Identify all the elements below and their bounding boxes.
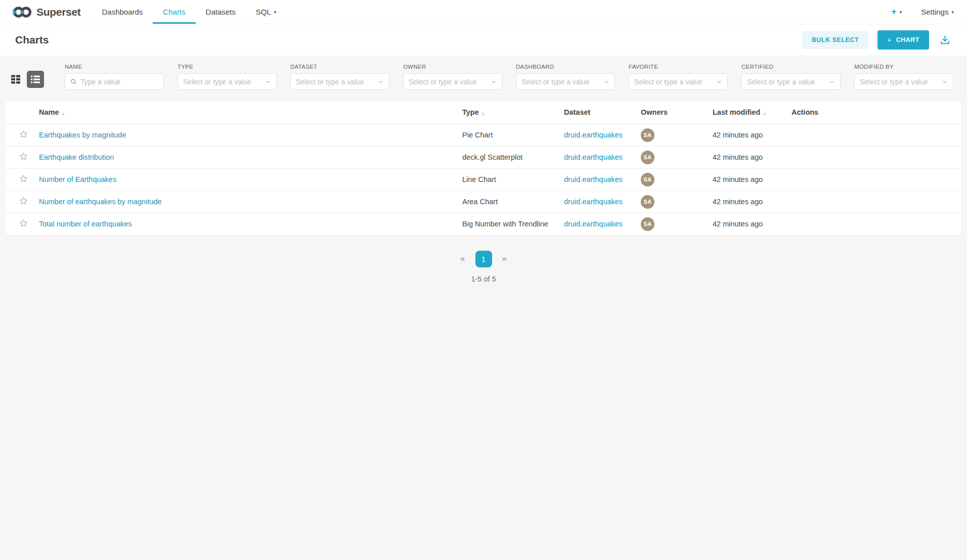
dataset-filter-select[interactable]: Select or type a value bbox=[290, 73, 389, 90]
certified-filter-select[interactable]: Select or type a value bbox=[741, 73, 841, 90]
last-modified: 42 minutes ago bbox=[707, 124, 785, 146]
favorite-star-icon[interactable] bbox=[19, 130, 28, 138]
select-placeholder: Select or type a value bbox=[296, 78, 364, 86]
favorite-filter-select[interactable]: Select or type a value bbox=[629, 73, 728, 90]
chevron-down-icon bbox=[491, 79, 497, 85]
filter-label: DATASET bbox=[290, 64, 389, 70]
page-title: Charts bbox=[15, 34, 49, 46]
row-actions bbox=[785, 213, 961, 235]
chart-name-link[interactable]: Total number of earthquakes bbox=[39, 220, 132, 228]
favorite-star-icon[interactable] bbox=[19, 197, 28, 205]
chart-name-link[interactable]: Number of earthquakes by magnitude bbox=[39, 198, 162, 206]
chevron-down-icon: ▾ bbox=[900, 10, 902, 15]
column-label: Name bbox=[39, 108, 59, 116]
search-icon bbox=[70, 78, 77, 85]
favorite-star-icon[interactable] bbox=[19, 219, 28, 227]
chevron-down-icon bbox=[942, 79, 948, 85]
column-header-dataset: Dataset bbox=[558, 101, 635, 124]
nav-item-dashboards[interactable]: Dashboards bbox=[92, 0, 153, 24]
name-filter-input[interactable] bbox=[80, 78, 158, 86]
column-label: Type bbox=[462, 108, 479, 116]
column-label: Last modified bbox=[713, 108, 760, 116]
favorite-column-header bbox=[6, 101, 33, 124]
last-modified: 42 minutes ago bbox=[707, 213, 785, 235]
chevron-down-icon: ▾ bbox=[951, 10, 954, 15]
next-page-button[interactable]: » bbox=[497, 252, 512, 266]
chevron-down-icon bbox=[378, 79, 384, 85]
settings-menu[interactable]: Settings ▾ bbox=[921, 8, 954, 16]
modified-by-filter-select[interactable]: Select or type a value bbox=[854, 73, 953, 90]
chart-type: Pie Chart bbox=[456, 124, 558, 146]
dashboard-filter-select[interactable]: Select or type a value bbox=[516, 73, 615, 90]
favorite-star-icon[interactable] bbox=[19, 152, 28, 161]
owner-avatar: SA bbox=[641, 195, 654, 209]
select-placeholder: Select or type a value bbox=[521, 78, 590, 86]
filters: NAME TYPE Select or type a value DATASE bbox=[65, 64, 953, 90]
page-1-button[interactable]: 1 bbox=[475, 251, 492, 267]
favorite-star-icon[interactable] bbox=[19, 174, 28, 183]
chart-name-link[interactable]: Earthquake distribution bbox=[39, 153, 114, 161]
table-row: Earthquake distribution deck.gl Scatterp… bbox=[6, 146, 961, 168]
top-nav: Superset Dashboards Charts Datasets SQL … bbox=[0, 0, 967, 24]
column-header-name[interactable]: Name▴▾ bbox=[33, 101, 456, 124]
bulk-select-button[interactable]: BULK SELECT bbox=[802, 31, 868, 49]
list-view-icon bbox=[27, 71, 44, 88]
table-row: Earthquakes by magnitude Pie Chart druid… bbox=[6, 124, 961, 146]
dataset-link[interactable]: druid.earthquakes bbox=[564, 220, 623, 228]
name-filter-box bbox=[65, 73, 164, 90]
select-placeholder: Select or type a value bbox=[634, 78, 702, 86]
column-header-type[interactable]: Type▴▾ bbox=[456, 101, 558, 124]
previous-page-button[interactable]: « bbox=[455, 252, 470, 266]
table-row: Total number of earthquakes Big Number w… bbox=[6, 213, 961, 235]
type-filter-select[interactable]: Select or type a value bbox=[178, 73, 277, 90]
nav-right: + ▾ Settings ▾ bbox=[891, 0, 954, 24]
new-item-dropdown[interactable]: + ▾ bbox=[891, 7, 902, 17]
superset-logo[interactable]: Superset bbox=[12, 0, 80, 24]
column-header-last-modified[interactable]: Last modified▴▾ bbox=[707, 101, 785, 124]
column-label: Dataset bbox=[564, 108, 590, 116]
pagination: « 1 » bbox=[0, 251, 967, 267]
add-chart-button[interactable]: + CHART bbox=[877, 30, 929, 50]
charts-table: Name▴▾ Type▴▾ Dataset Owners Last modifi… bbox=[6, 101, 961, 236]
table-row: Number of Earthquakes Line Chart druid.e… bbox=[6, 168, 961, 191]
main-menu: Dashboards Charts Datasets SQL ▾ bbox=[92, 0, 286, 24]
column-header-actions: Actions bbox=[785, 101, 961, 124]
sort-icon: ▴▾ bbox=[482, 112, 485, 117]
owner-filter-select[interactable]: Select or type a value bbox=[403, 73, 502, 90]
nav-item-datasets[interactable]: Datasets bbox=[196, 0, 246, 24]
filter-label: NAME bbox=[65, 64, 164, 70]
filter-label: CERTIFIED bbox=[741, 64, 841, 70]
dataset-link[interactable]: druid.earthquakes bbox=[564, 198, 623, 206]
plus-icon: + bbox=[891, 7, 897, 17]
row-actions bbox=[785, 146, 961, 168]
card-view-toggle[interactable] bbox=[10, 74, 21, 85]
select-placeholder: Select or type a value bbox=[747, 78, 815, 86]
import-charts-button[interactable] bbox=[938, 33, 952, 47]
table-header-row: Name▴▾ Type▴▾ Dataset Owners Last modifi… bbox=[6, 101, 961, 124]
filter-label: MODIFIED BY bbox=[854, 64, 953, 70]
chart-type: Area Chart bbox=[456, 191, 558, 213]
superset-infinity-icon bbox=[12, 6, 32, 19]
filter-owner: OWNER Select or type a value bbox=[403, 64, 502, 90]
chevron-down-icon bbox=[603, 79, 609, 85]
list-view-toggle[interactable] bbox=[27, 71, 44, 88]
sort-icon: ▴▾ bbox=[63, 112, 65, 117]
dataset-link[interactable]: druid.earthquakes bbox=[564, 131, 623, 139]
chart-name-link[interactable]: Earthquakes by magnitude bbox=[39, 131, 126, 139]
filter-bar: NAME TYPE Select or type a value DATASE bbox=[0, 56, 967, 101]
chart-name-link[interactable]: Number of Earthquakes bbox=[39, 175, 116, 183]
nav-item-charts[interactable]: Charts bbox=[153, 0, 195, 24]
owner-avatar: SA bbox=[641, 128, 654, 142]
filter-dashboard: DASHBOARD Select or type a value bbox=[516, 64, 615, 90]
nav-sql-label: SQL bbox=[256, 8, 271, 16]
header-actions: BULK SELECT + CHART bbox=[802, 30, 952, 50]
column-label: Owners bbox=[641, 108, 668, 116]
chart-type: deck.gl Scatterplot bbox=[456, 146, 558, 168]
column-header-owners: Owners bbox=[635, 101, 707, 124]
page-header: Charts BULK SELECT + CHART bbox=[0, 24, 967, 56]
dataset-link[interactable]: druid.earthquakes bbox=[564, 153, 623, 161]
nav-item-sql[interactable]: SQL ▾ bbox=[246, 0, 287, 24]
dataset-link[interactable]: druid.earthquakes bbox=[564, 175, 623, 183]
brand-name: Superset bbox=[36, 6, 80, 18]
last-modified: 42 minutes ago bbox=[707, 146, 785, 168]
